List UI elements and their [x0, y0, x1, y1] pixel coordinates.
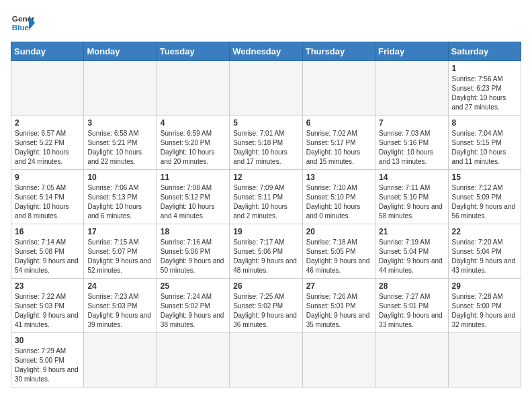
calendar-cell	[375, 333, 448, 387]
calendar-cell: 1Sunrise: 7:56 AMSunset: 6:23 PMDaylight…	[448, 61, 521, 116]
calendar-cell: 5Sunrise: 7:01 AMSunset: 5:18 PMDaylight…	[230, 116, 302, 170]
day-info: Sunrise: 7:06 AMSunset: 5:13 PMDaylight:…	[87, 183, 152, 221]
calendar-cell: 24Sunrise: 7:23 AMSunset: 5:03 PMDayligh…	[84, 279, 157, 333]
calendar-cell: 6Sunrise: 7:02 AMSunset: 5:17 PMDaylight…	[302, 116, 375, 170]
day-number: 17	[87, 227, 152, 236]
calendar-cell: 22Sunrise: 7:20 AMSunset: 5:04 PMDayligh…	[448, 224, 521, 279]
day-info: Sunrise: 7:05 AMSunset: 5:14 PMDaylight:…	[15, 183, 80, 221]
calendar-cell	[84, 333, 157, 387]
calendar-week-3: 16Sunrise: 7:14 AMSunset: 5:08 PMDayligh…	[11, 224, 521, 279]
day-info: Sunrise: 7:19 AMSunset: 5:04 PMDaylight:…	[379, 238, 444, 275]
calendar-cell: 2Sunrise: 6:57 AMSunset: 5:22 PMDaylight…	[11, 116, 84, 170]
calendar-cell	[230, 61, 302, 116]
calendar-cell: 9Sunrise: 7:05 AMSunset: 5:14 PMDaylight…	[11, 170, 84, 224]
day-number: 11	[161, 173, 226, 182]
day-info: Sunrise: 7:10 AMSunset: 5:10 PMDaylight:…	[306, 183, 371, 221]
day-info: Sunrise: 7:14 AMSunset: 5:08 PMDaylight:…	[15, 238, 80, 275]
day-number: 5	[233, 118, 298, 128]
day-number: 7	[379, 118, 444, 128]
day-info: Sunrise: 7:25 AMSunset: 5:02 PMDaylight:…	[233, 292, 298, 330]
day-info: Sunrise: 7:22 AMSunset: 5:03 PMDaylight:…	[15, 292, 80, 330]
calendar-cell	[11, 61, 84, 116]
day-number: 9	[15, 173, 80, 182]
calendar-cell: 19Sunrise: 7:17 AMSunset: 5:06 PMDayligh…	[230, 224, 302, 279]
calendar-cell: 28Sunrise: 7:27 AMSunset: 5:01 PMDayligh…	[375, 279, 448, 333]
day-number: 10	[87, 173, 152, 182]
calendar-cell: 7Sunrise: 7:03 AMSunset: 5:16 PMDaylight…	[375, 116, 448, 170]
day-info: Sunrise: 7:27 AMSunset: 5:01 PMDaylight:…	[379, 292, 444, 330]
day-info: Sunrise: 7:11 AMSunset: 5:10 PMDaylight:…	[379, 183, 444, 221]
day-number: 28	[379, 281, 444, 291]
day-info: Sunrise: 7:16 AMSunset: 5:06 PMDaylight:…	[161, 238, 226, 275]
calendar-cell: 23Sunrise: 7:22 AMSunset: 5:03 PMDayligh…	[11, 279, 84, 333]
svg-text:Blue: Blue	[12, 23, 30, 32]
day-number: 12	[233, 173, 298, 182]
day-info: Sunrise: 7:04 AMSunset: 5:15 PMDaylight:…	[452, 129, 517, 167]
day-number: 30	[15, 336, 80, 345]
calendar-cell	[157, 61, 229, 116]
day-number: 21	[379, 227, 444, 236]
day-number: 29	[452, 281, 517, 291]
calendar-week-0: 1Sunrise: 7:56 AMSunset: 6:23 PMDaylight…	[11, 61, 521, 116]
day-number: 18	[161, 227, 226, 236]
calendar-cell	[157, 333, 229, 387]
day-number: 25	[161, 281, 226, 291]
day-info: Sunrise: 7:56 AMSunset: 6:23 PMDaylight:…	[452, 75, 517, 112]
calendar-cell: 3Sunrise: 6:58 AMSunset: 5:21 PMDaylight…	[84, 116, 157, 170]
calendar-cell: 14Sunrise: 7:11 AMSunset: 5:10 PMDayligh…	[375, 170, 448, 224]
day-number: 8	[452, 118, 517, 128]
calendar-table: SundayMondayTuesdayWednesdayThursdayFrid…	[11, 42, 521, 387]
day-number: 14	[379, 173, 444, 182]
logo-icon: General Blue	[11, 11, 35, 35]
calendar-header-row: SundayMondayTuesdayWednesdayThursdayFrid…	[11, 42, 521, 61]
calendar-cell	[84, 61, 157, 116]
calendar-cell: 8Sunrise: 7:04 AMSunset: 5:15 PMDaylight…	[448, 116, 521, 170]
calendar-cell: 13Sunrise: 7:10 AMSunset: 5:10 PMDayligh…	[302, 170, 375, 224]
calendar-cell	[302, 333, 375, 387]
day-number: 13	[306, 173, 371, 182]
calendar-weekday-wednesday: Wednesday	[230, 42, 302, 61]
calendar-weekday-monday: Monday	[84, 42, 157, 61]
calendar-cell	[230, 333, 302, 387]
day-number: 26	[233, 281, 298, 291]
day-number: 1	[452, 64, 517, 73]
calendar-cell: 10Sunrise: 7:06 AMSunset: 5:13 PMDayligh…	[84, 170, 157, 224]
calendar-cell: 11Sunrise: 7:08 AMSunset: 5:12 PMDayligh…	[157, 170, 229, 224]
day-info: Sunrise: 7:12 AMSunset: 5:09 PMDaylight:…	[452, 183, 517, 221]
day-info: Sunrise: 7:15 AMSunset: 5:07 PMDaylight:…	[87, 238, 152, 275]
day-info: Sunrise: 7:23 AMSunset: 5:03 PMDaylight:…	[87, 292, 152, 330]
calendar-cell: 17Sunrise: 7:15 AMSunset: 5:07 PMDayligh…	[84, 224, 157, 279]
day-number: 2	[15, 118, 80, 128]
day-number: 19	[233, 227, 298, 236]
calendar-weekday-sunday: Sunday	[11, 42, 84, 61]
calendar-cell: 4Sunrise: 6:59 AMSunset: 5:20 PMDaylight…	[157, 116, 229, 170]
day-number: 16	[15, 227, 80, 236]
day-number: 4	[161, 118, 226, 128]
calendar-weekday-saturday: Saturday	[448, 42, 521, 61]
day-info: Sunrise: 7:09 AMSunset: 5:11 PMDaylight:…	[233, 183, 298, 221]
calendar-cell: 21Sunrise: 7:19 AMSunset: 5:04 PMDayligh…	[375, 224, 448, 279]
calendar-cell: 26Sunrise: 7:25 AMSunset: 5:02 PMDayligh…	[230, 279, 302, 333]
calendar-cell: 30Sunrise: 7:29 AMSunset: 5:00 PMDayligh…	[11, 333, 84, 387]
calendar-cell: 29Sunrise: 7:28 AMSunset: 5:00 PMDayligh…	[448, 279, 521, 333]
day-info: Sunrise: 7:01 AMSunset: 5:18 PMDaylight:…	[233, 129, 298, 167]
day-info: Sunrise: 6:59 AMSunset: 5:20 PMDaylight:…	[161, 129, 226, 167]
day-info: Sunrise: 7:18 AMSunset: 5:05 PMDaylight:…	[306, 238, 371, 275]
calendar-cell: 25Sunrise: 7:24 AMSunset: 5:02 PMDayligh…	[157, 279, 229, 333]
calendar-weekday-friday: Friday	[375, 42, 448, 61]
calendar-weekday-thursday: Thursday	[302, 42, 375, 61]
calendar-cell	[302, 61, 375, 116]
calendar-cell: 15Sunrise: 7:12 AMSunset: 5:09 PMDayligh…	[448, 170, 521, 224]
day-info: Sunrise: 7:20 AMSunset: 5:04 PMDaylight:…	[452, 238, 517, 275]
day-number: 3	[87, 118, 152, 128]
logo: General Blue	[11, 11, 35, 35]
calendar-weekday-tuesday: Tuesday	[157, 42, 229, 61]
day-info: Sunrise: 7:02 AMSunset: 5:17 PMDaylight:…	[306, 129, 371, 167]
day-number: 27	[306, 281, 371, 291]
day-number: 22	[452, 227, 517, 236]
day-info: Sunrise: 7:29 AMSunset: 5:00 PMDaylight:…	[15, 347, 80, 384]
calendar-week-4: 23Sunrise: 7:22 AMSunset: 5:03 PMDayligh…	[11, 279, 521, 333]
calendar-cell: 27Sunrise: 7:26 AMSunset: 5:01 PMDayligh…	[302, 279, 375, 333]
calendar-cell	[448, 333, 521, 387]
day-info: Sunrise: 6:57 AMSunset: 5:22 PMDaylight:…	[15, 129, 80, 167]
